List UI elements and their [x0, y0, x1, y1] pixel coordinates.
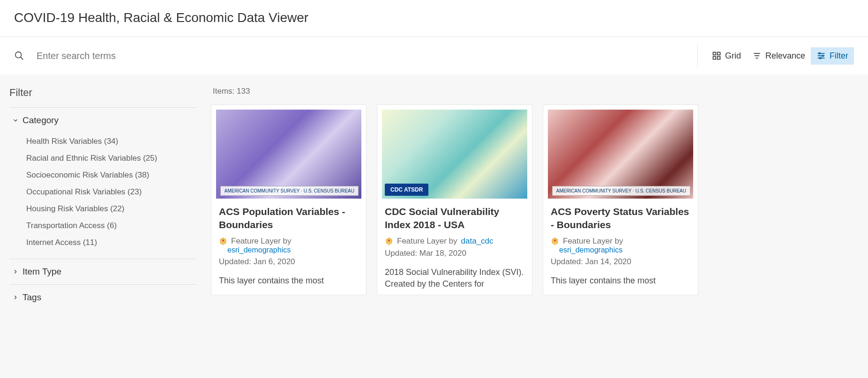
author-link[interactable]: esri_demographics [227, 246, 359, 254]
main: Filter Category Health Risk Variables (3… [0, 74, 868, 378]
card-thumbnail[interactable]: AMERICAN COMMUNITY SURVEY · U.S. CENSUS … [211, 105, 366, 199]
sidebar-title: Filter [9, 87, 197, 99]
result-card: CDC ATSDRCDC Social Vulnerability Index … [377, 104, 532, 295]
svg-point-12 [822, 55, 823, 56]
svg-line-1 [21, 57, 23, 60]
facet-category-list: Health Risk Variables (34) Racial and Et… [9, 133, 197, 259]
card-title[interactable]: ACS Population Variables - Boundaries [219, 205, 359, 232]
items-count: Items: 133 [213, 87, 863, 96]
facet-item-type-label: Item Type [22, 267, 61, 277]
sort-icon [752, 51, 762, 60]
grid-label: Grid [725, 51, 741, 61]
chevron-right-icon [12, 294, 19, 301]
facet-item[interactable]: Internet Access (11) [26, 234, 197, 251]
card-meta: Feature Layer by [219, 237, 359, 246]
toolbar: Grid Relevance Filter [0, 37, 868, 74]
card-title[interactable]: ACS Poverty Status Variables - Boundarie… [551, 205, 690, 232]
svg-point-15 [222, 239, 224, 242]
result-card: AMERICAN COMMUNITY SURVEY · U.S. CENSUS … [211, 104, 367, 295]
facet-item-type-header[interactable]: Item Type [9, 259, 197, 284]
facet-category: Category Health Risk Variables (34) Raci… [9, 107, 197, 259]
card-description: This layer contains the most [219, 275, 359, 287]
chevron-down-icon [12, 117, 19, 124]
author-link[interactable]: data_cdc [461, 237, 494, 246]
facet-item[interactable]: Racial and Ethnic Risk Variables (25) [26, 150, 197, 167]
thumbnail-badge: AMERICAN COMMUNITY SURVEY · U.S. CENSUS … [220, 186, 359, 196]
item-type-label: Feature Layer by [563, 237, 623, 246]
feature-layer-icon [219, 237, 227, 246]
content: Items: 133 AMERICAN COMMUNITY SURVEY · U… [206, 74, 868, 378]
svg-point-16 [388, 239, 390, 242]
facet-tags-header[interactable]: Tags [9, 285, 197, 310]
search-icon [14, 51, 24, 61]
svg-point-10 [819, 52, 820, 54]
svg-rect-4 [713, 57, 716, 59]
filter-label: Filter [830, 51, 848, 61]
card-thumbnail[interactable]: AMERICAN COMMUNITY SURVEY · U.S. CENSUS … [543, 105, 698, 199]
author-link[interactable]: esri_demographics [559, 246, 690, 254]
facet-category-label: Category [22, 115, 59, 126]
svg-rect-5 [718, 57, 720, 59]
result-card: AMERICAN COMMUNITY SURVEY · U.S. CENSUS … [543, 104, 698, 295]
facet-tags: Tags [9, 284, 197, 310]
sort-label: Relevance [765, 51, 805, 61]
item-type-label: Feature Layer by [397, 237, 457, 246]
toolbar-divider [697, 44, 698, 67]
filter-icon [816, 51, 826, 60]
facet-item[interactable]: Occupational Risk Variables (23) [26, 184, 197, 200]
facet-item[interactable]: Housing Risk Variables (22) [26, 200, 197, 217]
card-body: ACS Population Variables - Boundaries Fe… [211, 199, 366, 291]
card-meta: Feature Layer by [551, 237, 690, 246]
feature-layer-icon [551, 237, 559, 246]
svg-point-17 [554, 239, 556, 242]
card-title[interactable]: CDC Social Vulnerability Index 2018 - US… [385, 205, 524, 232]
sort-button[interactable]: Relevance [747, 47, 811, 65]
sidebar: Filter Category Health Risk Variables (3… [0, 74, 206, 378]
search-input[interactable] [37, 51, 271, 61]
svg-rect-2 [713, 52, 716, 55]
search-wrap [14, 51, 689, 61]
facet-tags-label: Tags [22, 292, 41, 303]
card-grid: AMERICAN COMMUNITY SURVEY · U.S. CENSUS … [211, 104, 863, 295]
thumbnail-badge: CDC ATSDR [385, 184, 428, 196]
card-body: ACS Poverty Status Variables - Boundarie… [543, 199, 698, 291]
page-header: COVID-19 Health, Racial & Economic Data … [0, 0, 868, 37]
card-description: 2018 Social Vulnerability Index (SVI). C… [385, 267, 524, 290]
svg-rect-3 [718, 52, 720, 55]
layout-grid-button[interactable]: Grid [706, 47, 747, 65]
facet-item[interactable]: Transportation Access (6) [26, 217, 197, 234]
facet-item-type: Item Type [9, 259, 197, 284]
card-description: This layer contains the most [551, 275, 690, 287]
filter-toggle-button[interactable]: Filter [811, 47, 854, 65]
page-title: COVID-19 Health, Racial & Economic Data … [14, 10, 854, 25]
updated-label: Updated: Jan 6, 2020 [219, 257, 359, 267]
facet-item[interactable]: Health Risk Variables (34) [26, 133, 197, 150]
updated-label: Updated: Mar 18, 2020 [385, 249, 524, 258]
svg-point-0 [15, 52, 22, 58]
card-meta: Feature Layer by data_cdc [385, 237, 524, 246]
card-thumbnail[interactable]: CDC ATSDR [377, 105, 532, 199]
facet-item[interactable]: Socioeconomic Risk Variables (38) [26, 167, 197, 184]
grid-icon [712, 51, 721, 60]
thumbnail-badge: AMERICAN COMMUNITY SURVEY · U.S. CENSUS … [552, 186, 690, 196]
facet-category-header[interactable]: Category [9, 108, 197, 133]
chevron-right-icon [12, 268, 19, 275]
item-type-label: Feature Layer by [231, 237, 292, 246]
feature-layer-icon [385, 237, 393, 246]
svg-point-14 [820, 57, 821, 59]
card-body: CDC Social Vulnerability Index 2018 - US… [377, 199, 532, 295]
updated-label: Updated: Jan 14, 2020 [551, 257, 690, 267]
